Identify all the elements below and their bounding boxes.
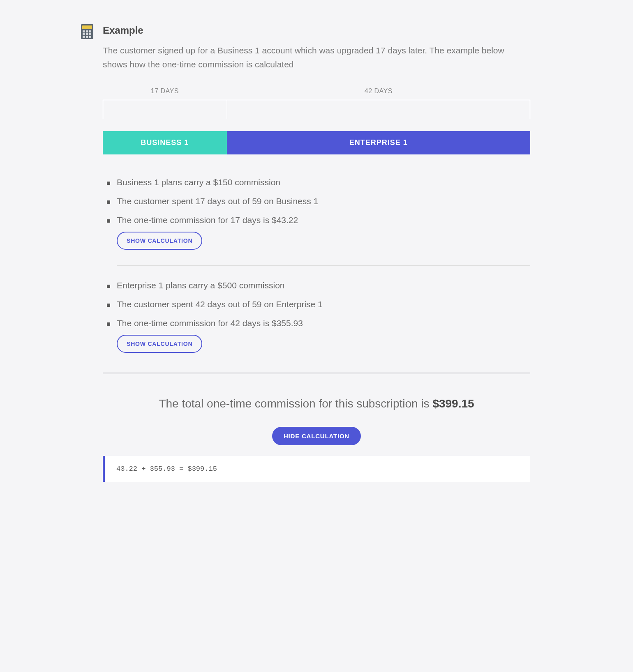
- plan-bar: BUSINESS 1 ENTERPRISE 1: [103, 131, 530, 154]
- svg-rect-5: [83, 33, 85, 35]
- calculation-formula: 43.22 + 355.93 = $399.15: [116, 465, 217, 473]
- section-title: Example: [103, 25, 530, 36]
- enterprise-bullets: Enterprise 1 plans carry a $500 commissi…: [103, 281, 530, 328]
- timeline-left-label: 17 DAYS: [103, 87, 227, 100]
- list-item: The one-time commission for 42 days is $…: [107, 318, 530, 328]
- show-calculation-button-business[interactable]: SHOW CALCULATION: [117, 232, 202, 250]
- svg-rect-7: [89, 33, 91, 35]
- divider: [117, 265, 530, 266]
- total-text: The total one-time commission for this s…: [159, 397, 432, 410]
- show-calculation-button-enterprise[interactable]: SHOW CALCULATION: [117, 335, 202, 353]
- list-item: Business 1 plans carry a $150 commission: [107, 177, 530, 187]
- list-item: The customer spent 17 days out of 59 on …: [107, 196, 530, 206]
- svg-rect-3: [86, 30, 88, 32]
- timeline: 17 DAYS 42 DAYS: [103, 87, 530, 119]
- calculator-icon: [80, 24, 94, 39]
- list-item: The customer spent 42 days out of 59 on …: [107, 299, 530, 309]
- intro-text: The customer signed up for a Business 1 …: [103, 44, 530, 71]
- timeline-right-label: 42 DAYS: [227, 87, 530, 100]
- calculation-box: 43.22 + 355.93 = $399.15: [103, 456, 530, 482]
- hide-calculation-button[interactable]: HIDE CALCULATION: [272, 427, 361, 445]
- list-item: The one-time commission for 17 days is $…: [107, 215, 530, 225]
- svg-rect-4: [89, 30, 91, 32]
- svg-rect-1: [82, 25, 92, 29]
- plan-enterprise: ENTERPRISE 1: [227, 131, 530, 154]
- svg-rect-8: [83, 36, 85, 38]
- list-item: Enterprise 1 plans carry a $500 commissi…: [107, 281, 530, 290]
- total-amount: $399.15: [432, 397, 474, 410]
- svg-rect-10: [89, 36, 91, 38]
- svg-rect-2: [83, 30, 85, 32]
- business-bullets: Business 1 plans carry a $150 commission…: [103, 177, 530, 225]
- plan-business: BUSINESS 1: [103, 131, 227, 154]
- svg-rect-6: [86, 33, 88, 35]
- thick-divider: [103, 372, 530, 374]
- total-line: The total one-time commission for this s…: [103, 397, 530, 410]
- svg-rect-9: [86, 36, 88, 38]
